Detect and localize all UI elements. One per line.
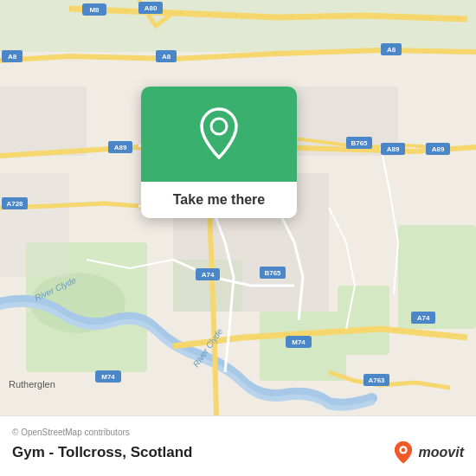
svg-text:A80: A80 [145,4,158,12]
svg-text:A89: A89 [432,145,445,153]
svg-text:M8: M8 [89,6,100,14]
moovit-label: moovit [419,445,464,460]
popup-card: Take me there [141,87,297,218]
svg-rect-2 [398,225,476,329]
svg-rect-10 [0,173,69,277]
svg-text:B765: B765 [351,139,368,147]
attribution-text: © OpenStreetMap contributors [12,428,464,437]
location-name: Gym - Tollcross, Scotland [12,444,192,461]
svg-text:A74: A74 [417,314,430,322]
svg-text:Rutherglen: Rutherglen [9,379,55,389]
svg-rect-9 [0,87,87,156]
take-me-there-button[interactable]: Take me there [141,182,297,218]
moovit-logo: moovit [391,441,464,465]
svg-text:A74: A74 [202,271,215,279]
map-container: M8 A8 A8 A8 A80 A89 A89 A89 B765 B765 A7… [0,0,476,415]
moovit-pin-icon [391,441,415,465]
svg-point-49 [401,448,405,453]
location-name-text: Gym - Tollcross [12,444,122,460]
svg-text:B765: B765 [264,269,281,277]
svg-point-47 [211,119,227,134]
svg-text:A89: A89 [114,144,127,151]
svg-text:M74: M74 [292,338,306,346]
svg-text:A763: A763 [368,376,385,384]
location-region-text: Scotland [131,444,193,460]
svg-text:A728: A728 [6,200,23,208]
svg-text:A89: A89 [387,145,400,153]
popup-header [141,87,297,182]
svg-text:A8: A8 [8,53,17,61]
location-pin-icon [197,107,241,161]
svg-text:M74: M74 [101,373,115,381]
svg-text:A8: A8 [162,53,171,61]
bottom-bar: © OpenStreetMap contributors Gym - Tollc… [0,415,476,476]
svg-text:A8: A8 [387,46,396,54]
